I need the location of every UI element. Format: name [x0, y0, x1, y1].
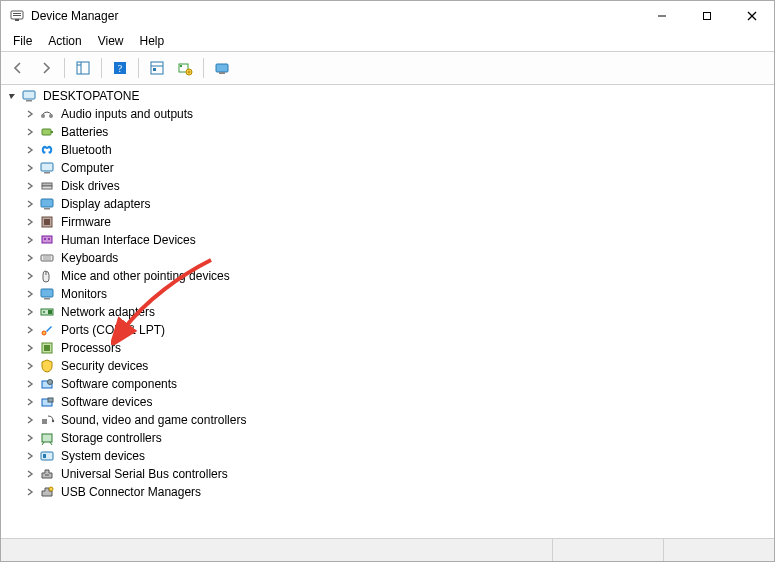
minimize-button[interactable]: [639, 1, 684, 31]
expand-icon[interactable]: [23, 449, 37, 463]
back-button[interactable]: [5, 55, 31, 81]
svg-rect-60: [43, 454, 46, 458]
add-legacy-hardware-button[interactable]: [172, 55, 198, 81]
menu-view[interactable]: View: [90, 32, 132, 50]
category-label[interactable]: Keyboards: [59, 250, 120, 266]
show-hide-tree-button[interactable]: [70, 55, 96, 81]
expand-icon[interactable]: [23, 341, 37, 355]
maximize-button[interactable]: [684, 1, 729, 31]
svg-rect-37: [42, 236, 52, 243]
scan-hardware-button[interactable]: [144, 55, 170, 81]
expand-icon[interactable]: [23, 215, 37, 229]
category-label[interactable]: Processors: [59, 340, 123, 356]
category-node[interactable]: Keyboards: [23, 249, 774, 267]
category-label[interactable]: Ports (COM & LPT): [59, 322, 167, 338]
expand-icon[interactable]: [23, 197, 37, 211]
category-label[interactable]: Network adapters: [59, 304, 157, 320]
tree-root[interactable]: DESKTOPATONE: [5, 87, 774, 105]
menu-file[interactable]: File: [5, 32, 40, 50]
category-node[interactable]: Universal Serial Bus controllers: [23, 465, 774, 483]
expand-icon[interactable]: [23, 485, 37, 499]
category-icon: [39, 394, 55, 410]
svg-rect-32: [42, 186, 52, 189]
expand-icon[interactable]: [23, 161, 37, 175]
svg-rect-15: [153, 68, 156, 71]
category-node[interactable]: Bluetooth: [23, 141, 774, 159]
expand-icon[interactable]: [23, 323, 37, 337]
category-label[interactable]: Sound, video and game controllers: [59, 412, 248, 428]
category-label[interactable]: USB Connector Managers: [59, 484, 203, 500]
expand-icon[interactable]: [23, 287, 37, 301]
category-label[interactable]: Security devices: [59, 358, 150, 374]
category-node[interactable]: Display adapters: [23, 195, 774, 213]
expand-icon[interactable]: [23, 377, 37, 391]
category-label[interactable]: Audio inputs and outputs: [59, 106, 195, 122]
svg-rect-33: [41, 199, 53, 207]
forward-button[interactable]: [33, 55, 59, 81]
category-label[interactable]: Display adapters: [59, 196, 152, 212]
collapse-icon[interactable]: [5, 89, 19, 103]
category-node[interactable]: Software devices: [23, 393, 774, 411]
category-node[interactable]: System devices: [23, 447, 774, 465]
category-node[interactable]: Monitors: [23, 285, 774, 303]
help-button[interactable]: ?: [107, 55, 133, 81]
menu-action[interactable]: Action: [40, 32, 89, 50]
category-label[interactable]: Firmware: [59, 214, 113, 230]
category-label[interactable]: Universal Serial Bus controllers: [59, 466, 230, 482]
svg-text:?: ?: [118, 63, 123, 74]
category-node[interactable]: Processors: [23, 339, 774, 357]
properties-button[interactable]: [209, 55, 235, 81]
category-node[interactable]: Network adapters: [23, 303, 774, 321]
svg-rect-30: [44, 172, 50, 174]
category-label[interactable]: Mice and other pointing devices: [59, 268, 232, 284]
category-label[interactable]: Batteries: [59, 124, 110, 140]
expand-icon[interactable]: [23, 143, 37, 157]
category-node[interactable]: Ports (COM & LPT): [23, 321, 774, 339]
category-node[interactable]: Human Interface Devices: [23, 231, 774, 249]
expand-icon[interactable]: [23, 467, 37, 481]
close-button[interactable]: [729, 1, 774, 31]
category-node[interactable]: Computer: [23, 159, 774, 177]
category-label[interactable]: Monitors: [59, 286, 109, 302]
category-node[interactable]: Software components: [23, 375, 774, 393]
expand-icon[interactable]: [23, 431, 37, 445]
category-node[interactable]: Firmware: [23, 213, 774, 231]
svg-point-49: [42, 331, 46, 335]
expand-icon[interactable]: [23, 233, 37, 247]
expand-icon[interactable]: [23, 305, 37, 319]
category-icon: [39, 196, 55, 212]
category-label[interactable]: Storage controllers: [59, 430, 164, 446]
svg-rect-8: [77, 62, 89, 74]
expand-icon[interactable]: [23, 179, 37, 193]
expand-icon[interactable]: [23, 413, 37, 427]
category-node[interactable]: Security devices: [23, 357, 774, 375]
category-node[interactable]: Disk drives: [23, 177, 774, 195]
menu-help[interactable]: Help: [132, 32, 173, 50]
category-node[interactable]: Sound, video and game controllers: [23, 411, 774, 429]
category-label[interactable]: Software devices: [59, 394, 154, 410]
expand-icon[interactable]: [23, 125, 37, 139]
root-label[interactable]: DESKTOPATONE: [41, 88, 141, 104]
category-icon: [39, 214, 55, 230]
category-node[interactable]: Storage controllers: [23, 429, 774, 447]
expand-icon[interactable]: [23, 359, 37, 373]
svg-rect-51: [44, 345, 50, 351]
expand-icon[interactable]: [23, 107, 37, 121]
device-manager-window: Device Manager File Action View Help: [0, 0, 775, 562]
category-label[interactable]: Bluetooth: [59, 142, 114, 158]
category-node[interactable]: Audio inputs and outputs: [23, 105, 774, 123]
category-label[interactable]: Computer: [59, 160, 116, 176]
category-label[interactable]: System devices: [59, 448, 147, 464]
expand-icon[interactable]: [23, 395, 37, 409]
category-icon: [39, 412, 55, 428]
expand-icon[interactable]: [23, 251, 37, 265]
category-node[interactable]: USB Connector Managers: [23, 483, 774, 501]
title-bar: Device Manager: [1, 1, 774, 31]
category-label[interactable]: Human Interface Devices: [59, 232, 198, 248]
category-label[interactable]: Disk drives: [59, 178, 122, 194]
category-node[interactable]: Batteries: [23, 123, 774, 141]
category-node[interactable]: Mice and other pointing devices: [23, 267, 774, 285]
expand-icon[interactable]: [23, 269, 37, 283]
category-label[interactable]: Software components: [59, 376, 179, 392]
device-tree[interactable]: DESKTOPATONE Audio inputs and outputsBat…: [1, 85, 774, 538]
